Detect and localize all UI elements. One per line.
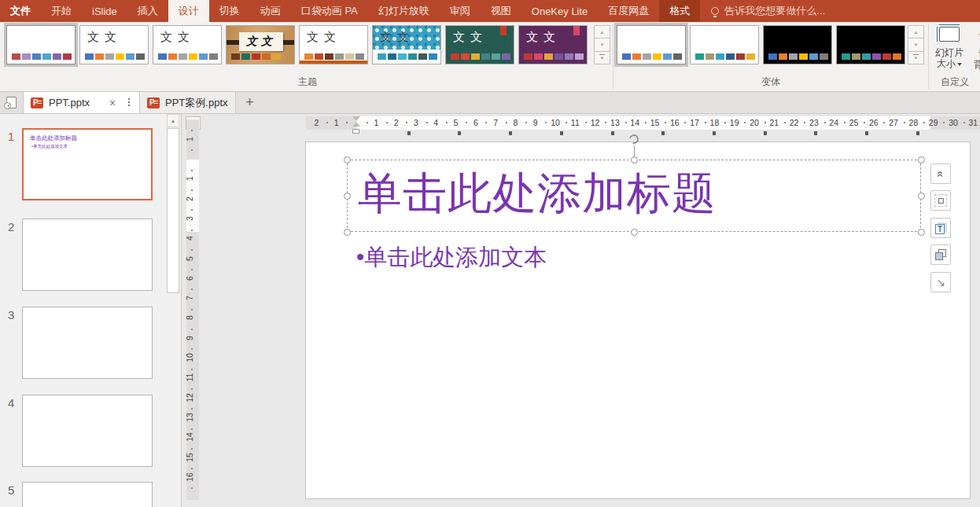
slide-thumbnail-4[interactable] bbox=[22, 395, 153, 467]
resize-button[interactable]: ↘ bbox=[930, 272, 951, 292]
collapse-toolbar-button[interactable]: « bbox=[930, 163, 951, 184]
session-manager-button[interactable] bbox=[0, 92, 24, 113]
tile-color-chips bbox=[695, 53, 755, 60]
panel-scrollbar[interactable]: ▲ bbox=[167, 114, 179, 507]
tile-color-chips bbox=[85, 53, 145, 60]
slide-title-text[interactable]: 单击此处添加标题 bbox=[358, 164, 717, 224]
variants-scroll-down-icon[interactable]: ▼ bbox=[908, 38, 924, 51]
selection-handle[interactable] bbox=[918, 193, 925, 200]
menu-tab-百度网盘[interactable]: 百度网盘 bbox=[598, 0, 659, 22]
file-icon-lines bbox=[154, 101, 158, 102]
selection-handle[interactable] bbox=[344, 156, 351, 163]
close-tab-icon[interactable]: × bbox=[106, 97, 119, 109]
variant-tile-3[interactable] bbox=[763, 25, 832, 64]
menu-tab-动画[interactable]: 动画 bbox=[250, 0, 291, 22]
theme-tile-5[interactable]: 文文 bbox=[299, 25, 368, 64]
variant-tile-1[interactable] bbox=[617, 25, 686, 64]
tab-menu-icon[interactable] bbox=[126, 97, 132, 108]
selection-handle[interactable] bbox=[344, 193, 351, 200]
tile-color-chips bbox=[304, 53, 364, 60]
ruler-tick bbox=[386, 122, 388, 123]
ruler-tick bbox=[824, 122, 826, 123]
menu-tab-插入[interactable]: 插入 bbox=[127, 0, 168, 22]
menu-tab-幻灯片放映[interactable]: 幻灯片放映 bbox=[368, 0, 440, 22]
slide-body-text[interactable]: •单击此处添加文本 bbox=[356, 242, 547, 274]
ruler-tick bbox=[346, 122, 348, 123]
color-chip bbox=[544, 53, 553, 60]
tell-me-box[interactable]: 告诉我您想要做什么... bbox=[700, 0, 825, 22]
slide-thumbnail-1[interactable]: 单击此处添加标题•单击此处添加文本 bbox=[22, 128, 153, 200]
ruler-tick bbox=[191, 428, 193, 430]
document-tab-bar: PPPT.pptx×PPPT案例.pptx + bbox=[0, 92, 980, 114]
variants-more-icon[interactable]: ▼ bbox=[908, 51, 924, 64]
theme-tile-2[interactable]: 文文 bbox=[79, 25, 149, 64]
themes-scroll-up-icon[interactable]: ▲ bbox=[594, 25, 610, 39]
theme-tile-4[interactable]: 文文 bbox=[226, 25, 295, 64]
color-chip bbox=[378, 53, 386, 60]
theme-tile-7[interactable]: 文文 bbox=[445, 25, 514, 64]
theme-tile-1[interactable] bbox=[6, 25, 76, 64]
menu-tab-审阅[interactable]: 审阅 bbox=[440, 0, 481, 22]
color-chip bbox=[643, 53, 651, 60]
scroll-up-icon[interactable]: ▲ bbox=[167, 114, 179, 127]
color-chip bbox=[461, 53, 470, 60]
menu-tab-文件[interactable]: 文件 bbox=[0, 0, 41, 22]
slide-number-2: 2 bbox=[8, 220, 14, 233]
ruler-number: 19 bbox=[730, 118, 739, 127]
thumbnail-title-text: 单击此处添加标题 bbox=[30, 134, 77, 142]
variants-scroll-up-icon[interactable]: ▲ bbox=[908, 25, 924, 39]
variant-tile-4[interactable] bbox=[836, 25, 905, 64]
layers-button[interactable] bbox=[930, 244, 951, 265]
file-tab-label: PPT案例.pptx bbox=[165, 96, 227, 110]
ruler-tick bbox=[566, 122, 567, 123]
align-center-button[interactable] bbox=[930, 190, 951, 211]
selection-handle[interactable] bbox=[918, 156, 925, 163]
slide-thumbnail-2[interactable] bbox=[22, 219, 153, 291]
selection-handle[interactable] bbox=[631, 156, 638, 163]
left-indent-marker[interactable] bbox=[352, 129, 359, 134]
menu-tab-切换[interactable]: 切换 bbox=[209, 0, 250, 22]
menu-tab-OneKey Lite[interactable]: OneKey Lite bbox=[521, 0, 599, 22]
color-chip bbox=[388, 53, 396, 60]
color-chip bbox=[398, 53, 407, 60]
variant-tile-2[interactable] bbox=[690, 25, 759, 64]
ruler-number: 12 bbox=[591, 118, 600, 127]
ruler-tick bbox=[191, 329, 193, 330]
color-chip bbox=[799, 53, 808, 60]
menu-tab-口袋动画 PA[interactable]: 口袋动画 PA bbox=[291, 0, 368, 22]
themes-more-icon[interactable]: ▼ bbox=[594, 51, 610, 64]
menu-tab-设计[interactable]: 设计 bbox=[168, 0, 209, 22]
slide-thumbnail-5[interactable] bbox=[22, 482, 153, 507]
menu-tab-iSlide[interactable]: iSlide bbox=[82, 0, 127, 22]
menu-tab-格式[interactable]: 格式 bbox=[659, 0, 700, 22]
slide-thumbnail-3[interactable] bbox=[22, 307, 153, 379]
color-chip bbox=[695, 53, 704, 60]
ruler-number: 21 bbox=[769, 118, 779, 127]
selection-handle[interactable] bbox=[344, 229, 351, 236]
menu-tab-开始[interactable]: 开始 bbox=[41, 0, 82, 22]
selection-handle[interactable] bbox=[918, 229, 925, 236]
variants-gallery-scroll: ▲ ▼ ▼ bbox=[908, 25, 924, 64]
theme-tile-6[interactable]: 文文 bbox=[372, 25, 441, 64]
color-chip bbox=[809, 53, 818, 60]
theme-tile-8[interactable]: 文文 bbox=[518, 25, 588, 64]
text-box-button[interactable]: T bbox=[930, 218, 951, 238]
file-tab-PPT.pptx[interactable]: PPPT.pptx× bbox=[24, 92, 140, 113]
ruler-number: 30 bbox=[949, 118, 958, 127]
new-tab-button[interactable]: + bbox=[236, 92, 264, 113]
scrollbar-thumb[interactable] bbox=[167, 128, 179, 293]
collapse-up-icon: « bbox=[935, 171, 947, 177]
file-tab-PPT案例.pptx[interactable]: PPPT案例.pptx bbox=[140, 92, 235, 113]
menu-tab-视图[interactable]: 视图 bbox=[481, 0, 521, 22]
ruler-tick bbox=[191, 408, 193, 410]
resize-diagonal-icon: ↘ bbox=[936, 277, 945, 288]
ruler-number: 9 bbox=[533, 118, 538, 127]
theme-tile-3[interactable]: 文文 bbox=[153, 25, 222, 64]
color-chip bbox=[22, 53, 31, 60]
color-chip bbox=[272, 53, 281, 60]
tab-stop-mark bbox=[611, 131, 614, 135]
selection-handle[interactable] bbox=[631, 229, 638, 236]
color-chip bbox=[105, 53, 114, 60]
themes-scroll-down-icon[interactable]: ▼ bbox=[594, 38, 610, 51]
tile-color-chips bbox=[842, 53, 901, 60]
